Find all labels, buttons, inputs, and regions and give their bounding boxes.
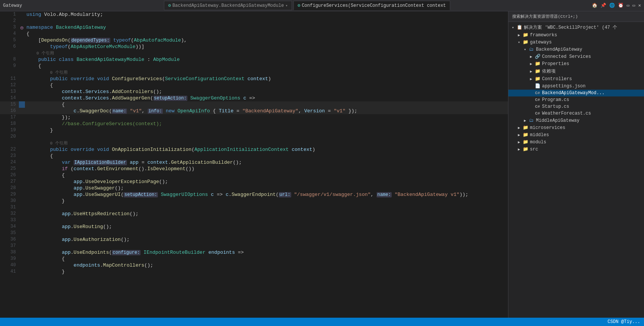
line-indicator <box>19 18 25 24</box>
line-num: 18 <box>0 121 19 127</box>
tree-label-microservices: microservices <box>530 125 565 130</box>
tree-item-moduls[interactable]: ▶ 📁 moduls <box>508 138 644 146</box>
table-row: 14 context.Services.AddSwaggerGen(setupA… <box>0 95 508 101</box>
project-icon-backend: 🗂 <box>528 47 535 52</box>
table-row: 40 endpoints.MapControllers(); <box>0 262 508 269</box>
line-content: 0 个引用 <box>25 50 508 56</box>
line-content: app.UseAuthorization(); <box>25 236 508 243</box>
status-bar: CSDN @Tiy... <box>0 318 644 326</box>
line-indicator <box>19 211 25 217</box>
project-icon-middle: 🗂 <box>528 118 535 123</box>
tree-item-weather[interactable]: C# WeatherForecast.cs <box>508 110 644 117</box>
line-content: app.UseRouting(); <box>25 224 508 230</box>
table-row: 18 //base.ConfigureServices(context); <box>0 121 508 127</box>
tab-backend-module[interactable]: ⚙ BackendApiGateway.BackendApiGatewayMod… <box>164 1 292 10</box>
line-content: { <box>25 63 508 69</box>
line-indicator <box>19 236 25 243</box>
clock-icon[interactable]: ⏰ <box>618 3 624 8</box>
tree-item-gateways[interactable]: ▾ 📁 gateways <box>508 39 644 46</box>
tree-label-appsettings: appsettings.json <box>542 84 585 89</box>
table-row: 23 { <box>0 153 508 159</box>
tab2-label: ConfigureServices(ServiceConfigurationCo… <box>302 3 446 8</box>
folder-icon: 📁 <box>522 32 529 38</box>
line-content <box>25 230 508 236</box>
globe-icon[interactable]: 🌐 <box>609 3 615 8</box>
line-content: public override void ConfigureServices(S… <box>25 76 508 82</box>
table-row: 0 个引用 <box>0 140 508 146</box>
line-num: 38 <box>0 249 19 256</box>
table-row: 9 { <box>0 63 508 69</box>
table-row: 3 ◎ namespace BackendApiGateway <box>0 24 508 31</box>
tree-item-solution[interactable]: ▾ 📋 解决方案 'WBC.SeckillProject' (47 个 <box>508 23 644 31</box>
table-row: 32 app.UseHttpsRedirection(); <box>0 211 508 217</box>
se-search-label[interactable]: 搜索解决方案资源管理器(Ctrl+;) <box>512 14 578 19</box>
tree-item-program[interactable]: C# Program.cs <box>508 96 644 103</box>
line-num: 8 <box>0 56 19 63</box>
maximize-icon[interactable]: ▭ <box>633 3 635 8</box>
close-icon[interactable]: ✕ <box>638 3 641 8</box>
tab1-arrow: ▾ <box>286 3 288 8</box>
minimize-icon[interactable]: ▭ <box>627 3 629 8</box>
table-row: 11 public override void ConfigureService… <box>0 76 508 82</box>
home-icon[interactable]: 🏠 <box>592 3 598 8</box>
line-num: 34 <box>0 224 19 230</box>
tree-item-backendmod[interactable]: C# BackendApiGatewayMod... <box>508 90 644 96</box>
line-content: endpoints.MapControllers(); <box>25 262 508 269</box>
connected-services-icon: 🔗 <box>534 54 541 59</box>
line-indicator <box>19 127 25 134</box>
table-row: 25 if (context.GetEnvironment().IsDevelo… <box>0 166 508 172</box>
tree-item-appsettings[interactable]: 📄 appsettings.json <box>508 82 644 90</box>
tree-item-connected-services[interactable]: ▶ 🔗 Connected Services <box>508 53 644 60</box>
line-content: typeof(AbpAspNetCoreMvcModule))] <box>25 43 508 50</box>
folder-icon-microservices: 📁 <box>522 125 529 130</box>
tree-arrow-middle: ▶ <box>522 118 528 123</box>
tree-item-frameworks[interactable]: ▶ 📁 frameworks <box>508 31 644 39</box>
folder-icon-src: 📁 <box>522 146 529 152</box>
line-indicator <box>19 114 25 121</box>
table-row: 24 var IApplicationBuilder app = context… <box>0 159 508 166</box>
table-row: 41 } <box>0 269 508 275</box>
folder-icon-properties: 📁 <box>534 61 541 67</box>
line-content: { <box>25 31 508 37</box>
line-num: 12 <box>0 82 19 88</box>
json-icon-appsettings: 📄 <box>534 83 541 89</box>
tree-item-properties[interactable]: ▶ 📁 Properties <box>508 60 644 67</box>
top-bar-right-icons: 🏠 📌 🌐 ⏰ ▭ ▭ ✕ <box>592 3 641 8</box>
table-row: 1 using Volo.Abp.Modularity; <box>0 11 508 18</box>
pin-icon[interactable]: 📌 <box>601 3 606 8</box>
table-row: 35 <box>0 230 508 236</box>
table-row: 39 { <box>0 256 508 262</box>
line-content: app.UseSwagger(); <box>25 185 508 191</box>
tree-arrow-solution: ▾ <box>510 25 516 30</box>
solution-explorer: 搜索解决方案资源管理器(Ctrl+;) ▾ 📋 解决方案 'WBC.Seckil… <box>508 11 644 318</box>
table-row: 37 <box>0 243 508 249</box>
line-indicator <box>19 204 25 211</box>
code-lines: 1 using Volo.Abp.Modularity; 2 3 ◎ names… <box>0 11 508 275</box>
code-editor[interactable]: 1 using Volo.Abp.Modularity; 2 3 ◎ names… <box>0 11 508 318</box>
tree-item-middle-gateway[interactable]: ▶ 🗂 MiddleApiGateway <box>508 117 644 124</box>
folder-icon-controllers: 📁 <box>534 76 541 82</box>
table-row: 12 { <box>0 82 508 88</box>
tree-item-deps[interactable]: ▶ 📁 依赖项 <box>508 67 644 75</box>
folder-icon-deps: 📁 <box>534 68 541 74</box>
tree-item-src[interactable]: ▶ 📁 src <box>508 146 644 153</box>
tree-label-properties: Properties <box>542 61 569 67</box>
line-indicator <box>19 121 25 127</box>
table-row: 19 } <box>0 127 508 134</box>
line-content: c.SwaggerDoc(name: "v1", info: new OpenA… <box>25 108 508 114</box>
tree-item-startup[interactable]: C# Startup.cs <box>508 103 644 110</box>
tree-item-middles[interactable]: ▶ 📁 middles <box>508 131 644 138</box>
tree-label-weather: WeatherForecast.cs <box>542 111 591 116</box>
line-content: } <box>25 269 508 275</box>
csharp-icon-backendmod: C# <box>534 91 541 95</box>
line-indicator <box>19 166 25 172</box>
tree-item-controllers[interactable]: ▶ 📁 Controllers <box>508 75 644 82</box>
tree-item-microservices[interactable]: ▶ 📁 microservices <box>508 124 644 131</box>
tree-arrow-properties: ▶ <box>528 62 534 66</box>
tree-item-backend-gateway[interactable]: ▾ 🗂 BackendApiGateway <box>508 46 644 53</box>
line-content: } <box>25 198 508 204</box>
line-indicator <box>19 262 25 269</box>
tab-configure-services[interactable]: ⚙ ConfigureServices(ServiceConfiguration… <box>293 1 450 10</box>
table-row: 6 typeof(AbpAspNetCoreMvcModule))] <box>0 43 508 50</box>
tree-arrow-backend: ▾ <box>522 47 528 52</box>
